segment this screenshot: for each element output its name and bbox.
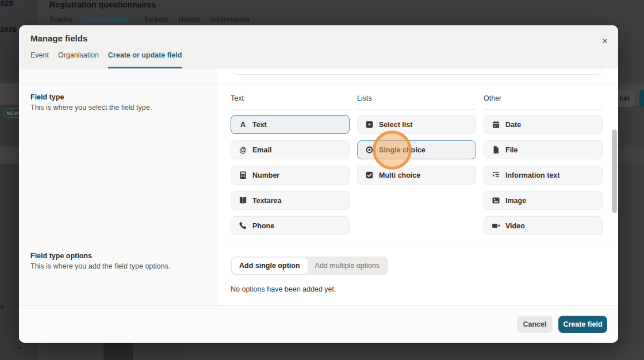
background-tab-questionnaires: Questionnaires <box>82 16 135 24</box>
tab-organisation[interactable]: Organisation <box>58 51 99 68</box>
field-type-text-button[interactable]: A Text <box>231 115 350 134</box>
divider <box>484 109 603 110</box>
create-field-button[interactable]: Create field <box>558 316 607 333</box>
open-book-icon <box>239 196 247 205</box>
chevron-down-icon: ⌄ <box>17 342 23 351</box>
field-type-label: Multi choice <box>379 171 420 179</box>
indent-text-icon <box>492 171 500 179</box>
background-tab-information: Information <box>210 16 250 24</box>
column-header-other: Other <box>484 94 501 102</box>
field-type-label: Image <box>505 197 526 205</box>
field-type-date-button[interactable]: Date <box>484 115 603 134</box>
divider <box>357 109 476 110</box>
column-header-lists: Lists <box>357 94 372 102</box>
add-multiple-options-tab[interactable]: Add multiple options <box>308 258 388 274</box>
field-type-label: Select list <box>379 121 412 129</box>
background-save-button-fragment <box>639 90 644 107</box>
field-type-select-list-button[interactable]: Select list <box>357 115 476 134</box>
divider <box>231 109 350 110</box>
manage-fields-dialog: Manage fields ✕ Event Organisation Creat… <box>19 25 618 343</box>
field-type-label: Video <box>505 222 525 230</box>
background-text-fragment: e <box>1 302 5 311</box>
field-type-single-choice-button[interactable]: Single choice <box>357 140 476 159</box>
field-type-options-description: This is where you add the field type opt… <box>30 262 170 270</box>
tab-event[interactable]: Event <box>30 51 49 68</box>
scrollbar-thumb[interactable] <box>612 129 617 213</box>
field-type-heading: Field type <box>30 93 64 101</box>
no-options-message: No options have been added yet. <box>231 285 336 293</box>
screen: 026 2026 Registration questionnaires Tra… <box>0 0 644 360</box>
field-type-multi-choice-button[interactable]: Multi choice <box>357 166 476 185</box>
checkbox-icon <box>365 171 374 179</box>
background-bottom-panel <box>185 344 644 360</box>
field-type-label: Single choice <box>379 146 425 154</box>
field-type-description: This is where you select the field type. <box>30 104 152 112</box>
field-type-label: Information text <box>505 171 559 179</box>
field-type-image-button[interactable]: Image <box>484 191 603 210</box>
field-type-video-button[interactable]: Video <box>484 216 603 235</box>
background-tab-tracks: Tracks <box>49 16 72 24</box>
tab-create-or-update-field[interactable]: Create or update field <box>108 51 182 68</box>
background-bottom-shape <box>103 342 133 360</box>
background-page-title: Registration questionnaires <box>49 0 156 9</box>
field-type-label: Number <box>252 171 279 179</box>
field-type-options-heading: Field type options <box>30 252 92 260</box>
dialog-footer: Cancel Create field <box>19 305 618 343</box>
background-tab-hotels: Hotels <box>178 16 200 24</box>
field-type-label: File <box>505 146 518 154</box>
background-sidebar-label: 2026 <box>0 25 17 34</box>
file-icon <box>492 145 500 154</box>
dialog-title: Manage fields <box>30 33 87 43</box>
close-icon[interactable]: ✕ <box>597 33 612 48</box>
letter-a-icon: A <box>239 120 247 129</box>
field-type-information-text-button[interactable]: Information text <box>484 166 603 185</box>
add-single-option-tab[interactable]: Add single option <box>232 258 308 274</box>
field-type-email-button[interactable]: @ Email <box>231 140 350 159</box>
divider <box>19 247 618 247</box>
calendar-icon <box>492 120 500 129</box>
select-dropdown-icon <box>365 120 374 129</box>
divider <box>19 85 618 85</box>
image-icon <box>492 196 500 205</box>
calculator-icon <box>239 171 247 179</box>
field-type-file-button[interactable]: File <box>484 140 603 159</box>
field-type-label: Text <box>252 121 267 129</box>
dialog-header: Manage fields ✕ Event Organisation Creat… <box>19 25 618 68</box>
field-type-label: Phone <box>252 222 274 230</box>
dialog-tabs: Event Organisation Create or update fiel… <box>30 51 182 68</box>
option-mode-segmented-control: Add single option Add multiple options <box>231 256 388 275</box>
field-type-label: Date <box>505 121 521 129</box>
radio-button-icon <box>365 145 374 154</box>
phone-icon <box>239 221 247 230</box>
video-camera-icon <box>492 221 500 230</box>
at-sign-icon: @ <box>239 145 247 154</box>
background-tabs: Tracks Questionnaires Tickets Hotels Inf… <box>49 16 250 24</box>
field-type-label: Email <box>252 146 271 154</box>
field-type-phone-button[interactable]: Phone <box>231 216 350 235</box>
cancel-button[interactable]: Cancel <box>517 316 553 333</box>
field-type-textarea-button[interactable]: Textarea <box>231 191 350 210</box>
background-sidebar-label-top: 026 <box>1 0 13 7</box>
field-type-label: Textarea <box>252 197 282 205</box>
field-type-number-button[interactable]: Number <box>231 166 350 185</box>
background-tab-tickets: Tickets <box>144 16 169 24</box>
column-header-text: Text <box>231 94 244 102</box>
